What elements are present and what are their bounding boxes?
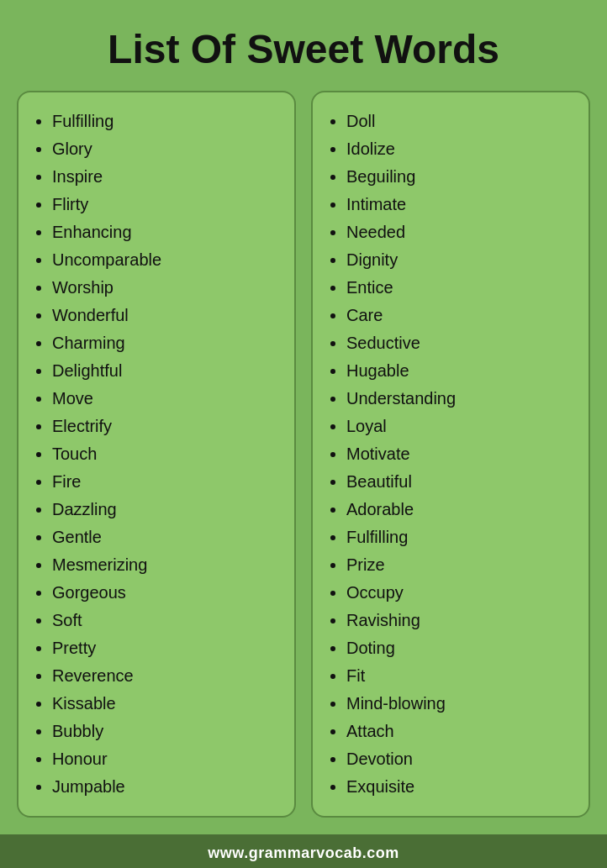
list-item: Exquisite [346, 773, 577, 801]
list-item: Glory [52, 135, 282, 163]
list-item: Attach [346, 718, 577, 745]
list-item: Honour [52, 745, 282, 773]
list-item: Kissable [52, 690, 282, 718]
right-word-list: DollIdolizeBeguilingIntimateNeededDignit… [330, 108, 577, 801]
list-item: Devotion [346, 745, 577, 773]
left-word-list: FulfillingGloryInspireFlirtyEnhancingUnc… [35, 108, 282, 801]
list-item: Beguiling [346, 163, 577, 191]
list-item: Fulfilling [52, 108, 282, 135]
list-item: Seductive [346, 329, 577, 357]
list-item: Understanding [346, 385, 577, 413]
lists-container: FulfillingGloryInspireFlirtyEnhancingUnc… [0, 91, 607, 834]
list-item: Inspire [52, 163, 282, 191]
list-item: Doll [346, 108, 577, 135]
list-item: Gorgeous [52, 579, 282, 607]
list-item: Gentle [52, 523, 282, 551]
list-item: Wonderful [52, 302, 282, 329]
list-item: Adorable [346, 496, 577, 523]
list-item: Soft [52, 607, 282, 634]
list-item: Entice [346, 274, 577, 302]
list-item: Fire [52, 468, 282, 496]
list-item: Bubbly [52, 718, 282, 745]
page-title: List Of Sweet Words [91, 0, 516, 91]
list-item: Enhancing [52, 218, 282, 246]
list-item: Needed [346, 218, 577, 246]
list-item: Touch [52, 440, 282, 468]
right-list-box: DollIdolizeBeguilingIntimateNeededDignit… [311, 91, 590, 818]
list-item: Jumpable [52, 773, 282, 801]
list-item: Worship [52, 274, 282, 302]
list-item: Electrify [52, 413, 282, 440]
list-item: Flirty [52, 191, 282, 218]
list-item: Care [346, 302, 577, 329]
list-item: Mesmerizing [52, 551, 282, 579]
list-item: Prize [346, 551, 577, 579]
list-item: Dignity [346, 246, 577, 274]
list-item: Intimate [346, 191, 577, 218]
list-item: Fit [346, 662, 577, 690]
list-item: Mind-blowing [346, 690, 577, 718]
list-item: Doting [346, 634, 577, 662]
list-item: Move [52, 385, 282, 413]
footer-url: www.grammarvocab.com [0, 834, 607, 868]
list-item: Hugable [346, 357, 577, 385]
list-item: Delightful [52, 357, 282, 385]
list-item: Dazzling [52, 496, 282, 523]
list-item: Charming [52, 329, 282, 357]
list-item: Loyal [346, 413, 577, 440]
list-item: Occupy [346, 579, 577, 607]
list-item: Ravishing [346, 607, 577, 634]
list-item: Pretty [52, 634, 282, 662]
left-list-box: FulfillingGloryInspireFlirtyEnhancingUnc… [17, 91, 296, 818]
list-item: Idolize [346, 135, 577, 163]
list-item: Beautiful [346, 468, 577, 496]
list-item: Fulfilling [346, 523, 577, 551]
list-item: Motivate [346, 440, 577, 468]
list-item: Uncomparable [52, 246, 282, 274]
list-item: Reverence [52, 662, 282, 690]
